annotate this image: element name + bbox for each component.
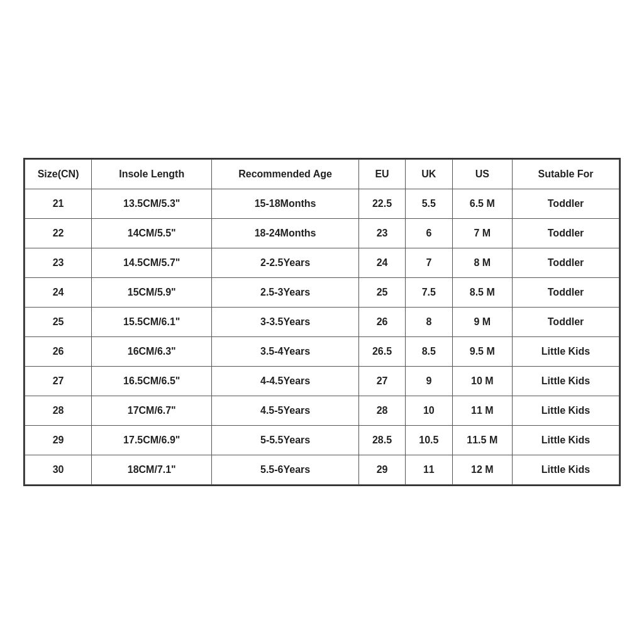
cell-size: 29 [25, 426, 92, 455]
cell-uk: 10.5 [406, 426, 452, 455]
cell-size: 28 [25, 396, 92, 426]
cell-eu: 22.5 [358, 189, 405, 219]
cell-suitable: Toddler [513, 189, 619, 219]
header-uk: UK [406, 160, 452, 189]
cell-size: 26 [25, 337, 92, 367]
cell-age: 2.5-3Years [212, 278, 359, 308]
cell-age: 5.5-6Years [212, 455, 359, 485]
cell-insole: 16.5CM/6.5" [92, 367, 212, 396]
cell-size: 24 [25, 278, 92, 308]
cell-suitable: Little Kids [513, 426, 619, 455]
table-row: 2515.5CM/6.1"3-3.5Years2689 MToddler [25, 308, 619, 337]
cell-age: 2-2.5Years [212, 248, 359, 278]
cell-eu: 26.5 [358, 337, 405, 367]
table-header-row: Size(CN) Insole Length Recommended Age E… [25, 160, 619, 189]
cell-size: 21 [25, 189, 92, 219]
cell-age: 4-4.5Years [212, 367, 359, 396]
cell-suitable: Little Kids [513, 367, 619, 396]
cell-insole: 17.5CM/6.9" [92, 426, 212, 455]
cell-eu: 24 [358, 248, 405, 278]
table-row: 2113.5CM/5.3"15-18Months22.55.56.5 MTodd… [25, 189, 619, 219]
cell-eu: 27 [358, 367, 405, 396]
cell-insole: 15CM/5.9" [92, 278, 212, 308]
cell-us: 8.5 M [452, 278, 513, 308]
cell-eu: 28.5 [358, 426, 405, 455]
cell-size: 25 [25, 308, 92, 337]
cell-suitable: Little Kids [513, 396, 619, 426]
table-row: 2817CM/6.7"4.5-5Years281011 MLittle Kids [25, 396, 619, 426]
cell-size: 23 [25, 248, 92, 278]
cell-uk: 7.5 [406, 278, 452, 308]
cell-age: 18-24Months [212, 219, 359, 248]
header-size: Size(CN) [25, 160, 92, 189]
cell-eu: 29 [358, 455, 405, 485]
cell-us: 9 M [452, 308, 513, 337]
cell-us: 10 M [452, 367, 513, 396]
cell-eu: 28 [358, 396, 405, 426]
cell-us: 6.5 M [452, 189, 513, 219]
cell-size: 30 [25, 455, 92, 485]
cell-us: 11.5 M [452, 426, 513, 455]
table-row: 2314.5CM/5.7"2-2.5Years2478 MToddler [25, 248, 619, 278]
cell-uk: 9 [406, 367, 452, 396]
cell-uk: 8.5 [406, 337, 452, 367]
cell-eu: 23 [358, 219, 405, 248]
cell-size: 27 [25, 367, 92, 396]
cell-age: 5-5.5Years [212, 426, 359, 455]
cell-suitable: Little Kids [513, 455, 619, 485]
cell-suitable: Little Kids [513, 337, 619, 367]
header-suitable: Sutable For [513, 160, 619, 189]
cell-us: 8 M [452, 248, 513, 278]
cell-age: 3.5-4Years [212, 337, 359, 367]
cell-suitable: Toddler [513, 219, 619, 248]
cell-us: 12 M [452, 455, 513, 485]
cell-eu: 25 [358, 278, 405, 308]
header-insole: Insole Length [92, 160, 212, 189]
cell-suitable: Toddler [513, 248, 619, 278]
cell-uk: 7 [406, 248, 452, 278]
cell-age: 3-3.5Years [212, 308, 359, 337]
cell-size: 22 [25, 219, 92, 248]
cell-insole: 16CM/6.3" [92, 337, 212, 367]
cell-insole: 18CM/7.1" [92, 455, 212, 485]
cell-us: 7 M [452, 219, 513, 248]
cell-eu: 26 [358, 308, 405, 337]
table-row: 2415CM/5.9"2.5-3Years257.58.5 MToddler [25, 278, 619, 308]
header-age: Recommended Age [212, 160, 359, 189]
cell-uk: 8 [406, 308, 452, 337]
size-chart-table: Size(CN) Insole Length Recommended Age E… [25, 159, 619, 485]
cell-suitable: Toddler [513, 278, 619, 308]
cell-uk: 6 [406, 219, 452, 248]
header-eu: EU [358, 160, 405, 189]
table-row: 3018CM/7.1"5.5-6Years291112 MLittle Kids [25, 455, 619, 485]
table-row: 2917.5CM/6.9"5-5.5Years28.510.511.5 MLit… [25, 426, 619, 455]
cell-uk: 10 [406, 396, 452, 426]
cell-insole: 15.5CM/6.1" [92, 308, 212, 337]
cell-age: 15-18Months [212, 189, 359, 219]
table-row: 2716.5CM/6.5"4-4.5Years27910 MLittle Kid… [25, 367, 619, 396]
header-us: US [452, 160, 513, 189]
cell-uk: 11 [406, 455, 452, 485]
table-row: 2214CM/5.5"18-24Months2367 MToddler [25, 219, 619, 248]
size-chart-table-wrapper: Size(CN) Insole Length Recommended Age E… [23, 158, 621, 486]
cell-insole: 13.5CM/5.3" [92, 189, 212, 219]
cell-us: 9.5 M [452, 337, 513, 367]
cell-uk: 5.5 [406, 189, 452, 219]
cell-us: 11 M [452, 396, 513, 426]
cell-suitable: Toddler [513, 308, 619, 337]
table-row: 2616CM/6.3"3.5-4Years26.58.59.5 MLittle … [25, 337, 619, 367]
cell-insole: 14.5CM/5.7" [92, 248, 212, 278]
cell-insole: 17CM/6.7" [92, 396, 212, 426]
cell-age: 4.5-5Years [212, 396, 359, 426]
cell-insole: 14CM/5.5" [92, 219, 212, 248]
